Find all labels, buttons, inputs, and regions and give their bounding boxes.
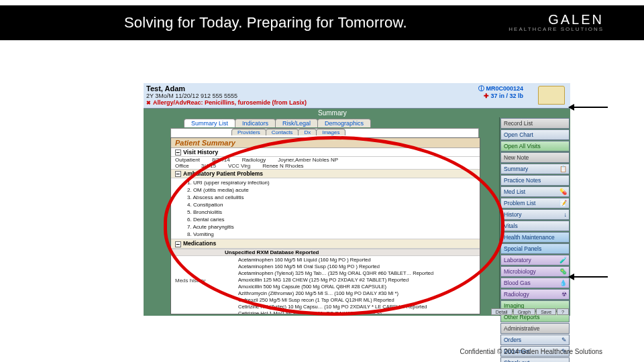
logo-name: GALEN	[508, 12, 604, 27]
tab-summary-list[interactable]: Summary List	[184, 119, 235, 127]
medication-item[interactable]: Acetaminophen 160 Mg/5 Ml Oral Susp (160…	[238, 263, 474, 270]
annotation-arrow-top	[570, 107, 608, 108]
footer-detail[interactable]: Detail	[491, 308, 513, 315]
subtab-contacts[interactable]: Contacts	[266, 129, 299, 135]
sidebar-icon: 📝	[559, 200, 567, 206]
right-sidebar: Record ListOpen ChartOpen All VisitsNew …	[499, 117, 570, 316]
medication-item[interactable]: Cetirizine Hcl 1 Mg/1 Ml Solution (5 Mg …	[238, 310, 474, 314]
sidebar-health-maintenance[interactable]: Health Maintenance	[500, 232, 570, 243]
sidebar-orders[interactable]: Orders✎	[500, 335, 570, 345]
sidebar-laboratory[interactable]: Laboratory🧪	[500, 255, 570, 265]
medication-item[interactable]: Acetaminophen 160 Mg/5 Ml Liquid (160 Mg…	[238, 257, 474, 263]
summary-heading: Summary	[144, 109, 570, 117]
sidebar-blood-gas[interactable]: Blood Gas💧	[500, 278, 570, 288]
folder-icon[interactable]	[538, 86, 565, 105]
sidebar-check-out[interactable]: Check out	[500, 357, 570, 362]
title-banner: Solving for Today. Preparing for Tomorro…	[0, 5, 644, 40]
sidebar-icon: ↓	[564, 211, 568, 218]
sidebar-open-all-visits[interactable]: Open All Visits	[500, 141, 570, 152]
subtab-dx[interactable]: Dx	[298, 129, 317, 135]
medication-item[interactable]: Acetaminophen (Tylenol) 325 Mg Tab… (325…	[238, 270, 474, 277]
ehr-window: Test, Adam 2Y 3Mo/M 11/20/12 912 555 555…	[144, 83, 570, 315]
subtab-providers[interactable]: Providers	[231, 129, 266, 135]
problem-item[interactable]: 4. Constipation	[187, 201, 474, 208]
patient-header: Test, Adam 2Y 3Mo/M 11/20/12 912 555 555…	[144, 83, 570, 109]
medication-item[interactable]: Cefprozil 250 Mg/5 Ml Susp recon (1 Tsp …	[238, 297, 474, 304]
tab-risk-legal[interactable]: Risk/Legal	[275, 119, 318, 127]
visit-history-header[interactable]: −Visit History	[171, 148, 480, 157]
sidebar-administrative[interactable]: Administrative	[500, 323, 570, 334]
sidebar-icon: ✎	[561, 337, 567, 343]
sidebar-med-list[interactable]: Med List💊	[500, 186, 570, 197]
banner-tagline: Solving for Today. Preparing for Tomorro…	[124, 14, 407, 32]
problems-header[interactable]: −Ambulatory Patient Problems	[171, 169, 480, 178]
footer-graph[interactable]: Graph	[513, 308, 535, 315]
sidebar-history[interactable]: History↓	[500, 209, 570, 220]
problem-item[interactable]: 8. Vomiting	[187, 231, 474, 238]
medication-item[interactable]: Azithromycin (Zithromax) 200 Mg/5 Ml S… …	[238, 290, 474, 297]
problem-item[interactable]: 1. URI (upper respiratory infection)	[187, 179, 474, 186]
problem-item[interactable]: 3. Abscess and cellulitis	[187, 194, 474, 201]
medication-list: Acetaminophen 160 Mg/5 Ml Liquid (160 Mg…	[171, 256, 480, 314]
medications-header[interactable]: −Medications	[171, 239, 480, 248]
sidebar-open-chart[interactable]: Open Chart	[500, 129, 570, 140]
logo-subtitle: HEALTHCARE SOLUTIONS	[508, 26, 604, 32]
tab-indicators[interactable]: Indicators	[235, 119, 276, 127]
problem-item[interactable]: 2. OM (otitis media) acute	[187, 186, 474, 194]
sidebar-microbiology[interactable]: Microbiology🦠	[500, 266, 570, 277]
tab-demographics[interactable]: Demographics	[317, 119, 371, 127]
medication-item[interactable]: Amoxicillin 125 MG 128 CHEW (125 Mg PO 2…	[238, 277, 474, 284]
sidebar-new-note[interactable]: New Note	[500, 152, 570, 163]
confidential-footer: Confidential © 2014 Galen Healthcare Sol…	[460, 348, 603, 355]
sidebar-summary[interactable]: Summary📋	[500, 164, 570, 174]
footer-save[interactable]: Save	[536, 308, 556, 315]
height-weight[interactable]: 37 in / 32 lb	[484, 93, 523, 99]
problem-item[interactable]: 5. Bronchiolitis	[187, 208, 474, 216]
medication-item[interactable]: Amoxicillin 500 Mg Capsule (500 Mg ORAL …	[238, 284, 474, 290]
patient-summary-panel: Patient Summary −Visit History Outpatien…	[170, 137, 480, 314]
sidebar-radiology[interactable]: Radiology☢	[500, 289, 570, 300]
sidebar-icon: 🧪	[559, 257, 567, 263]
galen-logo: GALEN HEALTHCARE SOLUTIONS	[508, 12, 604, 32]
main-panel: Summary ListIndicatorsRisk/LegalDemograp…	[144, 117, 499, 316]
top-tabs: Summary ListIndicatorsRisk/LegalDemograp…	[144, 117, 499, 128]
rxm-subheader: Unspecified RXM Database Reported	[171, 249, 480, 256]
sidebar-icon: 💧	[559, 280, 567, 286]
footer-?[interactable]: ?	[557, 308, 569, 315]
sidebar-special-panels[interactable]: Special Panels	[500, 243, 570, 254]
sub-tabs: ProvidersContactsDxImages	[170, 128, 479, 137]
sidebar-icon: 📋	[559, 166, 567, 172]
medication-item[interactable]: Cetirizine Hcl (Zyrtec) 10 Mg Capsu… (10…	[238, 304, 474, 310]
patient-allergy: Allergy/AdvReac: Penicillins, furosemide…	[146, 99, 568, 106]
subtab-images[interactable]: Images	[316, 129, 345, 135]
sidebar-practice-notes[interactable]: Practice Notes	[500, 175, 570, 186]
sidebar-icon: 💊	[559, 188, 567, 195]
problem-item[interactable]: 7. Acute pharyngitis	[187, 223, 474, 231]
annotation-arrow-bottom	[570, 276, 608, 278]
visit-row[interactable]: Office3/4/15VCC VirgRenee N Rhodes	[171, 163, 480, 169]
sidebar-icon: ☢	[561, 291, 567, 298]
sidebar-problem-list[interactable]: Problem List📝	[500, 198, 570, 208]
sidebar-record-list[interactable]: Record List	[500, 118, 570, 129]
footer-toolbar: DetailGraphSave?	[491, 308, 570, 315]
problem-list: 1. URI (upper respiratory infection)2. O…	[171, 178, 480, 239]
panel-title: Patient Summary	[171, 138, 480, 148]
meds-history-label: Meds history	[175, 278, 205, 284]
visit-row[interactable]: Outpatient8/27/14RadiologyJoyner,Amber N…	[171, 157, 480, 163]
problem-item[interactable]: 6. Dental caries	[187, 216, 474, 223]
sidebar-vitals[interactable]: Vitals	[500, 221, 570, 231]
